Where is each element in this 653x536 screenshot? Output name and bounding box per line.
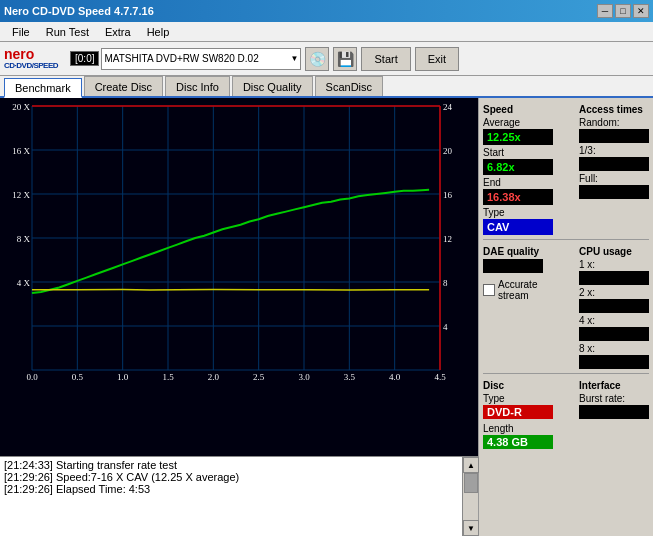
log-entry-1: [21:29:26] Speed:7-16 X CAV (12.25 X ave… [4,471,458,483]
cpu-8x-value [579,355,649,369]
type-stat: Type CAV [483,207,553,235]
drive-index: [0:0] [70,51,99,66]
main-content: [21:24:33] Starting transfer rate test [… [0,98,653,536]
cpu-1x-label: 1 x: [579,259,649,270]
average-stat: Average 12.25x [483,117,553,145]
right-panel: Speed Average 12.25x Start 6.82x End 16.… [478,98,653,536]
disc-section: Disc Type DVD-R Length 4.38 GB [483,378,553,449]
onethird-label: 1/3: [579,145,649,156]
menu-help[interactable]: Help [139,24,178,40]
app-title: Nero CD-DVD Speed 4.7.7.16 [4,5,154,17]
scrollbar-thumb[interactable] [464,473,478,493]
interface-header: Interface [579,380,649,391]
cpu-8x-stat: 8 x: [579,343,649,369]
log-area: [21:24:33] Starting transfer rate test [… [0,456,478,536]
save-icon[interactable]: 💾 [333,47,357,71]
cpu-1x-value [579,271,649,285]
scrollbar-up-icon[interactable]: ▲ [463,457,479,473]
start-label: Start [483,147,553,158]
speed-header: Speed [483,104,553,115]
speed-access-row: Speed Average 12.25x Start 6.82x End 16.… [483,102,649,235]
dae-header: DAE quality [483,246,543,257]
full-value [579,185,649,199]
access-times-section: Access times Random: 1/3: Full: [579,102,649,199]
burst-rate-stat: Burst rate: [579,393,649,419]
onethird-value [579,157,649,171]
maximize-button[interactable]: □ [615,4,631,18]
log-scrollbar[interactable]: ▲ ▼ [462,457,478,536]
start-value: 6.82x [483,159,553,175]
chart-container [0,98,478,456]
cpu-4x-stat: 4 x: [579,315,649,341]
combo-arrow-icon: ▼ [291,54,299,63]
cpu-header: CPU usage [579,246,649,257]
full-label: Full: [579,173,649,184]
interface-section: Interface Burst rate: [579,378,649,419]
log-entry-2: [21:29:26] Elapsed Time: 4:53 [4,483,458,495]
dae-cpu-row: DAE quality Accuratestream CPU usage 1 x… [483,244,649,369]
cpu-1x-stat: 1 x: [579,259,649,285]
log-content: [21:24:33] Starting transfer rate test [… [0,457,462,536]
disc-interface-row: Disc Type DVD-R Length 4.38 GB Interface… [483,378,649,449]
tab-scandisc[interactable]: ScanDisc [315,76,383,96]
drive-combo[interactable]: MATSHITA DVD+RW SW820 D.02 ▼ [101,48,301,70]
start-button[interactable]: Start [361,47,410,71]
tab-disc-info[interactable]: Disc Info [165,76,230,96]
disc-type-value: DVD-R [483,405,553,419]
start-stat: Start 6.82x [483,147,553,175]
scrollbar-down-icon[interactable]: ▼ [463,520,479,536]
average-value: 12.25x [483,129,553,145]
cpu-4x-label: 4 x: [579,315,649,326]
average-label: Average [483,117,553,128]
tab-bar: Benchmark Create Disc Disc Info Disc Qua… [0,76,653,98]
disc-header: Disc [483,380,553,391]
cpu-2x-label: 2 x: [579,287,649,298]
random-stat: Random: [579,117,649,143]
tab-disc-quality[interactable]: Disc Quality [232,76,313,96]
cpu-section: CPU usage 1 x: 2 x: 4 x: 8 x: [579,244,649,369]
drive-selector: [0:0] MATSHITA DVD+RW SW820 D.02 ▼ [70,48,301,70]
end-value: 16.38x [483,189,553,205]
dae-section: DAE quality Accuratestream [483,244,543,301]
menu-run-test[interactable]: Run Test [38,24,97,40]
disc-length-value: 4.38 GB [483,435,553,449]
toolbar: nero CD·DVD/SPEED [0:0] MATSHITA DVD+RW … [0,42,653,76]
burst-rate-value [579,405,649,419]
divider-1 [483,239,649,240]
menu-extra[interactable]: Extra [97,24,139,40]
accurate-stream-checkbox[interactable] [483,284,495,296]
cpu-2x-stat: 2 x: [579,287,649,313]
exit-button[interactable]: Exit [415,47,459,71]
onethird-stat: 1/3: [579,145,649,171]
random-label: Random: [579,117,649,128]
minimize-button[interactable]: ─ [597,4,613,18]
disc-type-stat: Type DVD-R [483,393,553,419]
disc-length-stat: Length 4.38 GB [483,423,553,449]
random-value [579,129,649,143]
log-entry-0: [21:24:33] Starting transfer rate test [4,459,458,471]
tab-create-disc[interactable]: Create Disc [84,76,163,96]
accurate-stream-label: Accuratestream [498,279,537,301]
access-times-header: Access times [579,104,649,115]
dae-value [483,259,543,273]
end-label: End [483,177,553,188]
speed-section: Speed Average 12.25x Start 6.82x End 16.… [483,102,553,235]
cpu-8x-label: 8 x: [579,343,649,354]
chart-area: [21:24:33] Starting transfer rate test [… [0,98,478,536]
tab-benchmark[interactable]: Benchmark [4,78,82,98]
end-stat: End 16.38x [483,177,553,205]
window-controls: ─ □ ✕ [597,4,649,18]
disc-icon[interactable]: 💿 [305,47,329,71]
menu-file[interactable]: File [4,24,38,40]
title-bar: Nero CD-DVD Speed 4.7.7.16 ─ □ ✕ [0,0,653,22]
divider-2 [483,373,649,374]
cpu-4x-value [579,327,649,341]
close-button[interactable]: ✕ [633,4,649,18]
disc-length-label: Length [483,423,553,434]
full-stat: Full: [579,173,649,199]
accurate-stream-row: Accuratestream [483,279,543,301]
nero-logo: nero CD·DVD/SPEED [4,47,58,70]
type-label: Type [483,207,553,218]
burst-rate-label: Burst rate: [579,393,649,404]
type-value: CAV [483,219,553,235]
